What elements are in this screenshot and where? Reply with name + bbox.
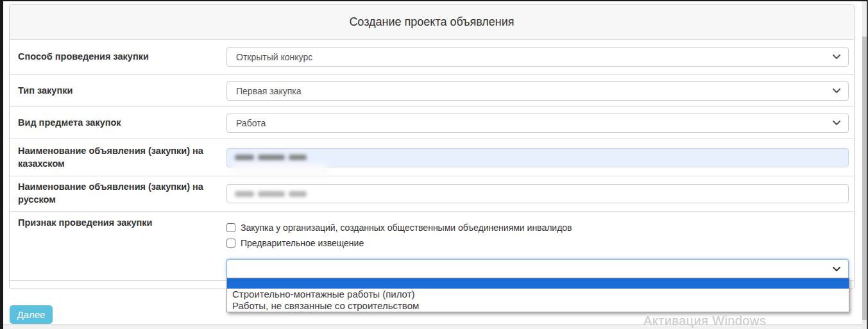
next-button[interactable]: Далее bbox=[10, 305, 53, 324]
work-type-select[interactable] bbox=[226, 259, 849, 280]
chevron-down-icon bbox=[833, 121, 840, 126]
disabled-orgs-checkbox[interactable] bbox=[226, 223, 235, 232]
page-title: Создание проекта объявления bbox=[349, 15, 514, 29]
form-row-name-kk: Наименование объявления (закупки) на каз… bbox=[10, 139, 854, 176]
page-scrollbar[interactable] bbox=[862, 1, 867, 329]
checkbox-line: Закупка у организаций, созданных обществ… bbox=[226, 221, 849, 235]
purchase-type-select[interactable]: Первая закупка bbox=[226, 81, 849, 101]
redacted-text bbox=[235, 191, 307, 197]
scrollbar-thumb[interactable] bbox=[862, 37, 867, 320]
row-label: Тип закупки bbox=[10, 75, 226, 106]
selected-value: Открытый конкурс bbox=[236, 52, 312, 62]
selected-value: Работа bbox=[236, 118, 266, 128]
dropdown-option[interactable]: Работы, не связанные со строительством bbox=[227, 300, 849, 312]
row-label: Наименование объявления (закупки) на рус… bbox=[10, 176, 226, 211]
dropdown-option-blank[interactable] bbox=[227, 278, 849, 289]
dropdown-option[interactable]: Строительно-монтажные работы (пилот) bbox=[227, 289, 849, 300]
window-frame-top bbox=[0, 0, 868, 1]
name-ru-input[interactable] bbox=[226, 184, 849, 203]
selected-value: Первая закупка bbox=[236, 86, 301, 96]
windows-activation-watermark: Активация Windows bbox=[643, 314, 766, 328]
form-row-procurement-method: Способ проведения закупки Открытый конку… bbox=[10, 40, 854, 75]
chevron-down-icon bbox=[833, 267, 840, 272]
form-row-name-ru: Наименование объявления (закупки) на рус… bbox=[10, 176, 854, 212]
form-row-purchase-type: Тип закупки Первая закупка bbox=[10, 75, 854, 107]
redaction-smear bbox=[232, 164, 328, 174]
window-frame-left bbox=[0, 0, 3, 329]
redacted-text bbox=[235, 155, 307, 160]
row-label: Способ проведения закупки bbox=[10, 40, 226, 74]
form-row-subject-type: Вид предмета закупок Работа bbox=[10, 107, 854, 139]
browser-viewport: Создание проекта объявления Способ прове… bbox=[0, 0, 868, 329]
row-label: Вид предмета закупок bbox=[10, 107, 226, 139]
panel-header: Создание проекта объявления bbox=[10, 4, 854, 40]
subject-type-select[interactable]: Работа bbox=[226, 114, 849, 133]
form-row-procurement-flags: Признак проведения закупки Закупка у орг… bbox=[10, 212, 854, 281]
procurement-method-select[interactable]: Открытый конкурс bbox=[226, 47, 849, 67]
row-label: Признак проведения закупки bbox=[10, 212, 226, 280]
checkbox-label[interactable]: Закупка у организаций, созданных обществ… bbox=[241, 223, 572, 233]
name-kk-input[interactable] bbox=[226, 148, 849, 167]
checkbox-label[interactable]: Предварительное извещение bbox=[241, 238, 364, 248]
checkbox-line: Предварительное извещение bbox=[226, 236, 849, 250]
preliminary-notice-checkbox[interactable] bbox=[226, 239, 235, 248]
chevron-down-icon bbox=[833, 89, 840, 94]
chevron-down-icon bbox=[833, 55, 840, 60]
announcement-form-panel: Создание проекта объявления Способ прове… bbox=[9, 4, 855, 289]
work-type-dropdown-popup: Строительно-монтажные работы (пилот) Раб… bbox=[226, 278, 849, 312]
row-label: Наименование объявления (закупки) на каз… bbox=[10, 139, 226, 176]
